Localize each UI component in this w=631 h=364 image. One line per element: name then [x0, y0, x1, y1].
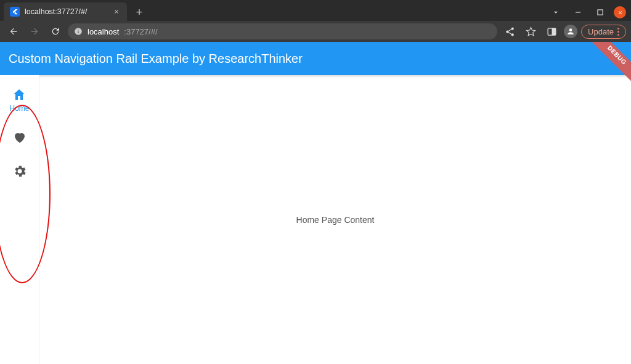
app-body: Home Home Page Content: [0, 75, 631, 364]
menu-dots-icon: [617, 28, 619, 36]
tab-strip: localhost:37727/#/ +: [0, 0, 631, 21]
url-path: :37727/#/: [124, 27, 157, 36]
toolbar-right: Update: [501, 23, 626, 40]
browser-chrome: localhost:37727/#/ +: [0, 0, 631, 42]
main-content: Home Page Content: [39, 75, 631, 364]
maximize-button[interactable]: [592, 4, 609, 21]
tab-close-button[interactable]: [112, 7, 121, 16]
svg-rect-1: [598, 10, 603, 15]
app-bar-title: Custom Navigation Rail Example by Resear…: [9, 52, 303, 66]
rail-item-settings[interactable]: [12, 164, 27, 180]
reload-button[interactable]: [47, 23, 64, 40]
gear-icon: [12, 164, 27, 179]
page-viewport: Custom Navigation Rail Example by Resear…: [0, 42, 631, 364]
window-close-button[interactable]: [614, 6, 626, 18]
browser-tab[interactable]: localhost:37727/#/: [4, 2, 127, 21]
heart-icon: [12, 130, 27, 145]
update-button[interactable]: Update: [581, 25, 626, 39]
svg-rect-0: [576, 12, 580, 12]
chevron-down-icon[interactable]: [547, 4, 564, 21]
svg-rect-3: [552, 28, 555, 34]
window-controls: [542, 4, 631, 21]
bookmark-icon[interactable]: [522, 23, 539, 40]
home-icon: [12, 87, 26, 102]
rail-item-favorites[interactable]: [12, 130, 27, 147]
navigation-rail: Home: [0, 75, 39, 364]
side-panel-icon[interactable]: [543, 23, 560, 40]
back-button[interactable]: [5, 23, 22, 40]
share-icon[interactable]: [501, 23, 518, 40]
url-host: localhost: [88, 27, 119, 36]
profile-avatar[interactable]: [564, 25, 577, 38]
app-bar: Custom Navigation Rail Example by Resear…: [0, 42, 631, 75]
debug-label: DEBUG: [606, 44, 628, 66]
minimize-button[interactable]: [569, 4, 587, 21]
site-info-icon: [74, 27, 83, 36]
address-bar: localhost:37727/#/ Update: [0, 21, 631, 42]
url-input[interactable]: localhost:37727/#/: [68, 23, 497, 39]
rail-item-home[interactable]: Home: [9, 87, 29, 113]
tab-title: localhost:37727/#/: [25, 7, 107, 16]
update-label: Update: [588, 27, 614, 36]
content-text: Home Page Content: [296, 215, 375, 225]
flutter-favicon: [10, 7, 20, 17]
forward-button[interactable]: [26, 23, 43, 40]
new-tab-button[interactable]: +: [131, 4, 148, 21]
rail-item-label: Home: [9, 104, 29, 113]
